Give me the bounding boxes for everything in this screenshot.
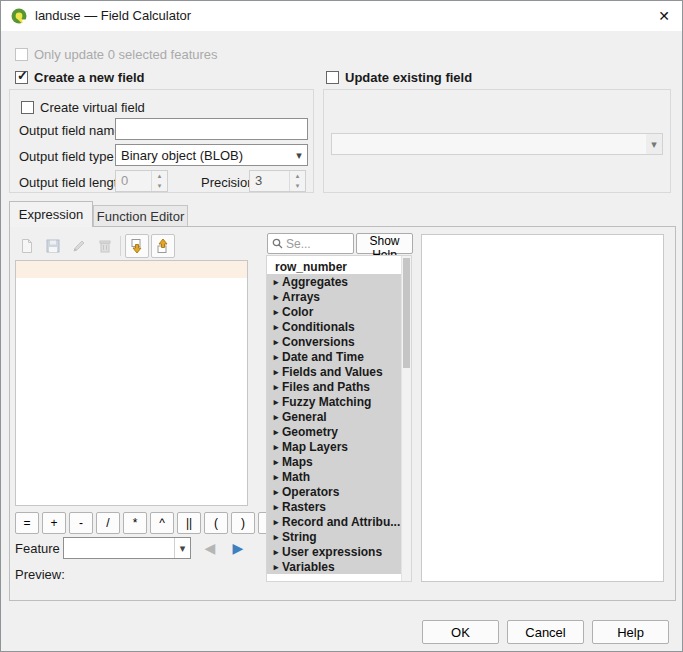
edit-expression-button: [67, 234, 91, 258]
function-group-user-expressions[interactable]: ▸User expressions: [267, 544, 401, 559]
close-button[interactable]: ✕: [646, 1, 682, 31]
function-group-label: Variables: [282, 560, 335, 574]
operator-close-paren-button[interactable]: ): [231, 512, 255, 534]
spin-up-icon: ▴: [152, 171, 167, 181]
function-group-label: Arrays: [282, 290, 320, 304]
output-field-type-value: Binary object (BLOB): [121, 148, 291, 163]
function-group-date-and-time[interactable]: ▸Date and Time: [267, 349, 401, 364]
scrollbar-thumb[interactable]: [403, 258, 410, 368]
cancel-button[interactable]: Cancel: [507, 620, 584, 644]
operator-minus-button[interactable]: -: [69, 512, 93, 534]
tab-function-editor[interactable]: Function Editor: [93, 205, 188, 227]
function-group-label: Date and Time: [282, 350, 364, 364]
tab-expression[interactable]: Expression: [9, 201, 93, 227]
branch-collapsed-icon: ▸: [270, 292, 282, 302]
function-group-string[interactable]: ▸String: [267, 529, 401, 544]
import-arrow-icon: [129, 238, 145, 254]
branch-collapsed-icon: ▸: [270, 337, 282, 347]
branch-collapsed-icon: ▸: [270, 367, 282, 377]
checkbox-box[interactable]: [21, 101, 34, 114]
function-group-files-and-paths[interactable]: ▸Files and Paths: [267, 379, 401, 394]
import-expression-button[interactable]: [125, 234, 149, 258]
trash-icon: [97, 238, 113, 254]
function-group-record-and-attributes[interactable]: ▸Record and Attribu...: [267, 514, 401, 529]
existing-field-select: ▾: [331, 133, 663, 155]
function-group-fuzzy-matching[interactable]: ▸Fuzzy Matching: [267, 394, 401, 409]
close-icon: ✕: [658, 8, 670, 24]
function-group-aggregates[interactable]: ▸Aggregates: [267, 274, 401, 289]
create-new-field-checkbox[interactable]: ✓ Create a new field: [15, 69, 145, 85]
tab-expression-label: Expression: [19, 207, 83, 222]
output-field-length-stepper: 0 ▴ ▾: [115, 170, 168, 192]
function-list-scrollbar[interactable]: [401, 256, 411, 581]
branch-collapsed-icon: ▸: [270, 532, 282, 542]
title-bar: landuse — Field Calculator ✕: [1, 1, 682, 31]
save-icon: [45, 238, 61, 254]
function-group-label: Record and Attribu...: [282, 515, 400, 529]
function-list[interactable]: row_number ▸Aggregates ▸Arrays ▸Color ▸C…: [266, 255, 412, 582]
branch-collapsed-icon: ▸: [270, 517, 282, 527]
operator-power-button[interactable]: ^: [150, 512, 174, 534]
function-group-label: Fields and Values: [282, 365, 383, 379]
output-field-type-select[interactable]: Binary object (BLOB) ▾: [115, 144, 308, 166]
function-group-math[interactable]: ▸Math: [267, 469, 401, 484]
create-virtual-field-checkbox[interactable]: Create virtual field: [21, 99, 145, 115]
output-field-name-input[interactable]: [115, 118, 308, 140]
function-search-box[interactable]: [267, 233, 354, 254]
operator-equals-button[interactable]: =: [15, 512, 39, 534]
function-group-label: Math: [282, 470, 310, 484]
output-field-length-value: 0: [116, 171, 151, 191]
function-group-variables[interactable]: ▸Variables: [267, 559, 401, 574]
function-group-general[interactable]: ▸General: [267, 409, 401, 424]
function-group-maps[interactable]: ▸Maps: [267, 454, 401, 469]
function-group-map-layers[interactable]: ▸Map Layers: [267, 439, 401, 454]
function-group-label: General: [282, 410, 327, 424]
operator-divide-button[interactable]: /: [96, 512, 120, 534]
operator-plus-button[interactable]: +: [42, 512, 66, 534]
function-group-fields-and-values[interactable]: ▸Fields and Values: [267, 364, 401, 379]
function-group-conversions[interactable]: ▸Conversions: [267, 334, 401, 349]
function-item-row-number[interactable]: row_number: [267, 259, 401, 274]
function-group-label: Fuzzy Matching: [282, 395, 371, 409]
branch-collapsed-icon: ▸: [270, 412, 282, 422]
export-expression-button[interactable]: [151, 234, 175, 258]
stepper-buttons: ▴ ▾: [289, 171, 305, 191]
update-existing-field-checkbox[interactable]: Update existing field: [326, 69, 472, 85]
function-group-rasters[interactable]: ▸Rasters: [267, 499, 401, 514]
update-existing-field-label: Update existing field: [345, 70, 472, 85]
precision-stepper: 3 ▴ ▾: [249, 170, 306, 192]
operator-open-paren-button[interactable]: (: [204, 512, 228, 534]
function-search-input[interactable]: [286, 237, 349, 251]
operator-concat-button[interactable]: ||: [177, 512, 201, 534]
function-group-color[interactable]: ▸Color: [267, 304, 401, 319]
function-group-conditionals[interactable]: ▸Conditionals: [267, 319, 401, 334]
field-calculator-dialog: landuse — Field Calculator ✕ Only update…: [0, 0, 683, 652]
next-feature-button[interactable]: ▶: [227, 537, 249, 559]
operator-multiply-button[interactable]: *: [123, 512, 147, 534]
checkbox-box[interactable]: [326, 71, 339, 84]
function-group-arrays[interactable]: ▸Arrays: [267, 289, 401, 304]
tab-function-editor-label: Function Editor: [97, 209, 184, 224]
branch-collapsed-icon: ▸: [270, 547, 282, 557]
help-button[interactable]: Help: [592, 620, 669, 644]
branch-collapsed-icon: ▸: [270, 472, 282, 482]
ok-button[interactable]: OK: [422, 620, 499, 644]
branch-collapsed-icon: ▸: [270, 382, 282, 392]
feature-input[interactable]: [69, 539, 174, 557]
delete-expression-button: [93, 234, 117, 258]
show-help-button[interactable]: Show Help: [356, 233, 413, 254]
function-group-geometry[interactable]: ▸Geometry: [267, 424, 401, 439]
expression-editor[interactable]: [15, 260, 248, 506]
chevron-down-icon: ▾: [174, 538, 190, 558]
create-virtual-field-label: Create virtual field: [40, 100, 145, 115]
output-field-length-label: Output field length: [19, 175, 125, 190]
function-group-operators[interactable]: ▸Operators: [267, 484, 401, 499]
only-update-selected-label: Only update 0 selected features: [34, 47, 218, 62]
prev-arrow-icon: ◀: [205, 540, 216, 556]
preview-label: Preview:: [15, 567, 65, 582]
function-group-label: Color: [282, 305, 313, 319]
new-expression-button: [15, 234, 39, 258]
function-group-label: Aggregates: [282, 275, 348, 289]
feature-combobox[interactable]: ▾: [63, 537, 191, 559]
checkbox-box[interactable]: ✓: [15, 71, 28, 84]
